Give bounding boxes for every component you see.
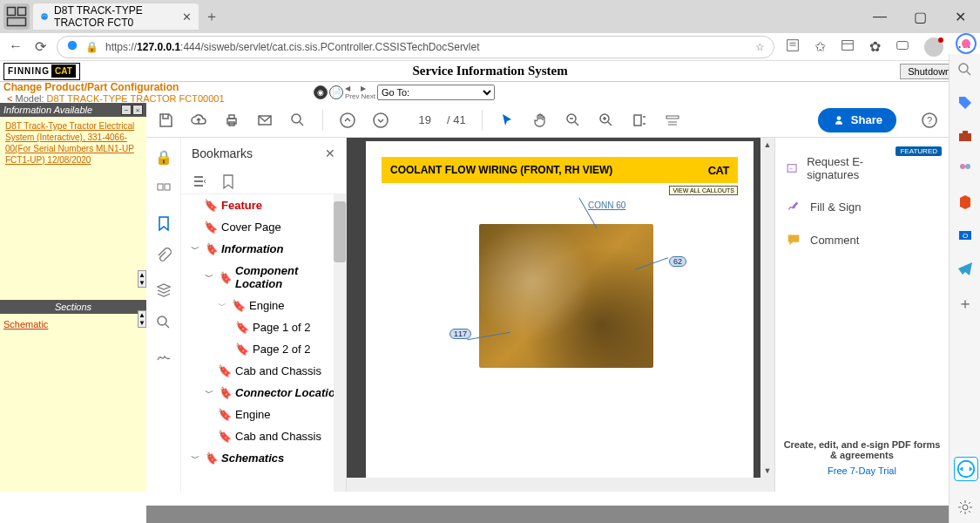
browser-tab[interactable]: D8T TRACK-TYPE TRACTOR FCT0 ✕	[33, 3, 199, 30]
zoom-out-icon[interactable]	[564, 112, 582, 129]
fill-sign[interactable]: Fill & Sign	[782, 190, 942, 223]
minimize-button[interactable]: —	[860, 0, 900, 33]
page-down-icon[interactable]	[372, 112, 389, 129]
bm-connloc[interactable]: ﹀🔖Connector Location	[181, 382, 346, 404]
read-mode-icon[interactable]	[664, 112, 681, 129]
signature-icon[interactable]	[155, 347, 172, 364]
bm-p1[interactable]: 🔖Page 1 of 2	[181, 316, 346, 338]
search-rail-icon[interactable]	[155, 314, 172, 331]
featured-badge: FEATURED	[896, 146, 942, 156]
add-sidebar-icon[interactable]: ＋	[956, 293, 974, 310]
change-config-link[interactable]: Change Product/Part Configuration	[3, 81, 225, 93]
bm-comploc[interactable]: ﹀🔖Component Location	[181, 260, 346, 295]
outlook-icon[interactable]: O	[956, 227, 974, 244]
prev-arrow[interactable]: ◀Prev	[345, 85, 359, 100]
email-icon[interactable]	[256, 112, 274, 129]
shopping-tag-icon[interactable]	[956, 94, 974, 112]
bm-p2[interactable]: 🔖Page 2 of 2	[181, 338, 346, 360]
panel-min-icon[interactable]: −	[121, 105, 132, 115]
layers-icon[interactable]	[155, 281, 172, 298]
callout-conn60[interactable]: CONN 60	[588, 200, 625, 210]
settings-gear-icon[interactable]	[956, 499, 974, 516]
hand-icon[interactable]	[531, 112, 549, 129]
page-up-icon[interactable]	[339, 112, 356, 129]
finning-logo: FINNING CAT	[3, 63, 80, 80]
page-input[interactable]	[405, 113, 431, 126]
request-esign[interactable]: Request E-signatures	[782, 146, 896, 190]
svg-line-36	[166, 324, 169, 328]
tab-overview-icon[interactable]	[3, 3, 30, 30]
bm-options-icon[interactable]	[190, 173, 211, 190]
cat-logo: CAT	[708, 164, 729, 177]
thumbnails-icon[interactable]	[155, 181, 172, 199]
reading-list-icon[interactable]	[785, 37, 801, 57]
refresh-button[interactable]: ⟳	[35, 38, 46, 55]
schematic-link[interactable]: Schematic	[3, 319, 48, 329]
bookmarks-scrollbar[interactable]	[334, 194, 346, 492]
office-icon[interactable]	[956, 194, 974, 211]
favorite-icon[interactable]: ☆	[755, 41, 765, 53]
bm-add-icon[interactable]	[220, 173, 237, 190]
canvas-hscroll[interactable]	[347, 478, 774, 492]
back-button[interactable]: ←	[9, 38, 23, 55]
bm-feature[interactable]: 🔖Feature	[181, 194, 346, 216]
collections-icon[interactable]	[840, 37, 855, 57]
pointer-icon[interactable]	[498, 112, 516, 129]
bm-schem[interactable]: ﹀🔖Schematics	[181, 447, 346, 469]
lock-icon[interactable]: 🔒	[155, 148, 172, 166]
collapse-toggle-2[interactable]: ▲▼	[138, 310, 146, 328]
tab-close-icon[interactable]: ✕	[182, 10, 192, 24]
new-tab-button[interactable]: ＋	[199, 8, 225, 26]
svg-rect-40	[787, 165, 796, 172]
bm-info[interactable]: ﹀🔖Information	[181, 238, 346, 260]
view-callouts-button[interactable]: VIEW ALL CALLOUTS	[669, 186, 738, 195]
zoom-in-icon[interactable]	[598, 112, 615, 129]
cloud-icon[interactable]	[190, 112, 207, 129]
bm-cover[interactable]: 🔖Cover Page	[181, 216, 346, 238]
copilot-icon[interactable]	[954, 31, 978, 56]
toolbox-icon[interactable]	[956, 127, 974, 145]
attachments-icon[interactable]	[155, 248, 172, 265]
globe-icon[interactable]: ◉	[314, 85, 328, 99]
panel-close-icon[interactable]: ×	[132, 105, 143, 115]
share-button[interactable]: Share	[818, 108, 896, 132]
performance-icon[interactable]	[895, 37, 910, 57]
teamviewer-icon[interactable]	[954, 457, 978, 481]
maximize-button[interactable]: ▢	[900, 0, 940, 33]
bookmarks-close-icon[interactable]: ✕	[325, 146, 335, 160]
fit-icon[interactable]	[631, 112, 648, 129]
close-window-button[interactable]: ✕	[940, 0, 980, 33]
page-header: COOLANT FLOW WIRING (FRONT, RH VIEW) CAT	[382, 157, 738, 183]
people-icon[interactable]	[956, 160, 974, 178]
bm-cab2[interactable]: 🔖Cab and Chassis	[181, 425, 346, 447]
svg-point-51	[962, 39, 970, 48]
telegram-icon[interactable]	[956, 260, 974, 277]
url-box[interactable]: 🔒 https://127.0.0.1:444/sisweb/servlet/c…	[57, 36, 774, 58]
bookmarks-icon[interactable]	[155, 214, 172, 232]
search-sidebar-icon[interactable]	[956, 61, 974, 78]
collapse-toggle-1[interactable]: ▲▼	[138, 270, 146, 288]
zoom-find-icon[interactable]	[289, 112, 307, 129]
extensions-icon[interactable]: ✿	[869, 38, 881, 55]
comment[interactable]: Comment	[782, 223, 942, 256]
favorites-icon[interactable]: ✩	[814, 38, 826, 55]
svg-rect-8	[842, 40, 854, 50]
bm-cab[interactable]: 🔖Cab and Chassis	[181, 360, 346, 382]
sections-header: Sections	[0, 300, 146, 314]
trial-link[interactable]: Free 7-Day Trial	[782, 465, 942, 476]
canvas-vscroll[interactable]: ▲▼	[760, 138, 774, 478]
pdf-toolbar: / 41 Share ?	[146, 103, 949, 138]
callout-117[interactable]: 117	[449, 329, 471, 339]
document-link[interactable]: D8T Track-Type Tractor Electrical System…	[0, 117, 146, 169]
doc-icon[interactable]: 📄	[329, 85, 343, 99]
pdf-canvas[interactable]: COOLANT FLOW WIRING (FRONT, RH VIEW) CAT…	[347, 138, 774, 492]
goto-select[interactable]: Go To:	[377, 85, 495, 100]
save-icon[interactable]	[157, 112, 174, 129]
next-arrow[interactable]: ▶Next	[361, 85, 375, 100]
help-icon[interactable]: ?	[921, 112, 938, 129]
profile-avatar[interactable]	[924, 37, 943, 57]
print-icon[interactable]	[223, 112, 240, 129]
callout-62[interactable]: 62	[669, 256, 686, 267]
bm-engine2[interactable]: 🔖Engine	[181, 404, 346, 425]
bm-engine[interactable]: ﹀🔖Engine	[181, 295, 346, 316]
